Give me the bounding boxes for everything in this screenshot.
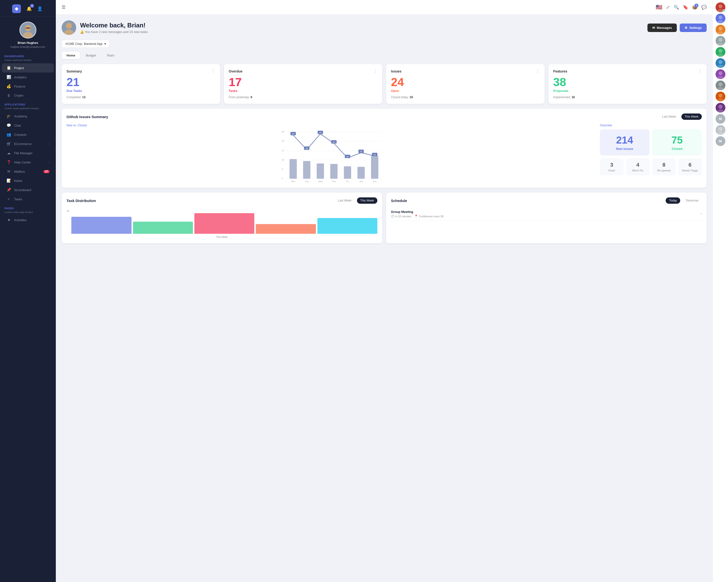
sidebar-item-crypto[interactable]: $Crypto — [2, 91, 54, 100]
task-this-week-btn[interactable]: This Week — [357, 197, 378, 204]
sidebar-item-academy[interactable]: 🎓Academy — [2, 112, 54, 121]
sidebar-item-help-center[interactable]: ❓Help Center› — [2, 158, 54, 167]
schedule-item: Group Meeting 🕐 in 32 minutes 📍 Conferen… — [391, 207, 702, 221]
tomorrow-btn[interactable]: Tomorrow — [682, 197, 702, 204]
logo-icon[interactable]: ◆ — [12, 4, 21, 13]
tab-home[interactable]: Home — [62, 52, 80, 59]
task-last-week-btn[interactable]: Last Week — [334, 197, 355, 204]
welcome-text: Welcome back, Brian! 🔔 You have 2 new me… — [80, 22, 148, 34]
svg-rect-22 — [330, 164, 338, 179]
crypto-icon: $ — [6, 93, 11, 98]
nav-item-label: Academy — [14, 114, 27, 118]
sidebar-item-analytics[interactable]: 📊Analytics — [2, 73, 54, 82]
notification-button[interactable]: 🔔 3 — [25, 5, 33, 12]
nav-item-label: Crypto — [14, 93, 23, 97]
tab-team[interactable]: Team — [102, 52, 119, 59]
svg-rect-20 — [303, 161, 310, 179]
card-menu-icon[interactable]: ⋮ — [536, 69, 540, 74]
project-selector[interactable]: ACME Corp. Backend App ▾ — [62, 40, 110, 48]
svg-point-66 — [719, 71, 722, 75]
mini-stat-label: Fixed — [603, 169, 620, 172]
schedule-arrow-icon[interactable]: › — [701, 212, 702, 216]
svg-point-63 — [719, 60, 722, 64]
notification-badge: 3 — [30, 4, 34, 8]
avatar-image — [716, 58, 725, 68]
right-avatar-2[interactable] — [716, 25, 725, 34]
topbar: ☰ 🇺🇸 ⤢ 🔍 🔖 📦 5 💬 — [56, 0, 712, 15]
right-avatar-8[interactable] — [716, 92, 725, 101]
task-dist-title: Task Distribution — [67, 199, 96, 203]
right-avatar-11[interactable] — [716, 125, 725, 135]
today-btn[interactable]: Today — [666, 197, 680, 204]
messages-button[interactable]: ✉ Messages — [647, 24, 677, 32]
chart-svg: 45 36 27 18 9 0 — [67, 130, 595, 183]
right-avatar-12[interactable]: M — [716, 136, 725, 146]
sidebar-item-project[interactable]: 📋Project — [2, 63, 54, 73]
right-avatar-0[interactable] — [716, 2, 725, 12]
last-week-btn[interactable]: Last Week — [659, 113, 679, 120]
closed-box: 75 Closed — [652, 130, 702, 156]
task-chart-header: Task Distribution Last Week This Week — [67, 197, 378, 204]
settings-button[interactable]: ⚙ Settings — [680, 24, 707, 32]
cards-row: Summary ⋮ 21 Due Tasks Completed: 13 Ove… — [62, 64, 707, 104]
nav-item-label: Finance — [14, 85, 25, 88]
this-week-btn[interactable]: This Week — [681, 113, 702, 120]
card-sub: From yesterday: 9 — [229, 95, 378, 99]
card-header: Overdue ⋮ — [229, 69, 378, 74]
task-distribution-card: Task Distribution Last Week This Week 40 — [62, 193, 382, 243]
right-avatar-6[interactable] — [716, 70, 725, 79]
menu-icon[interactable]: ☰ — [62, 5, 66, 10]
flag-icon[interactable]: 🇺🇸 — [656, 4, 662, 10]
bell-icon: 🔔 — [80, 30, 84, 34]
mini-stat-number: 3 — [603, 162, 620, 168]
nav-section-sublabel: Unique dashboard designs — [0, 59, 56, 63]
right-avatar-4[interactable] — [716, 47, 725, 57]
chat-icon[interactable]: 💬 — [701, 5, 707, 10]
sidebar-item-contacts[interactable]: 👥Contacts — [2, 130, 54, 139]
sidebar-item-finance[interactable]: 💰Finance — [2, 82, 54, 91]
summary-card-issues: Issues ⋮ 24 Open Closed today: 19 — [386, 64, 545, 104]
academy-icon: 🎓 — [6, 114, 11, 118]
tab-budget[interactable]: Budget — [81, 52, 101, 59]
bookmark-icon[interactable]: 🔖 — [683, 5, 688, 10]
nav-item-label: Analytics — [14, 76, 27, 79]
sidebar-item-tasks[interactable]: ✓Tasks — [2, 194, 54, 204]
svg-text:18: 18 — [282, 159, 284, 161]
sidebar-item-scrumboard[interactable]: 📌Scrumboard — [2, 185, 54, 194]
right-avatar-3[interactable] — [716, 36, 725, 46]
svg-point-5 — [66, 23, 72, 29]
profile-button[interactable]: 👤 — [36, 5, 44, 12]
sidebar-item-ecommerce[interactable]: 🛒ECommerce› — [2, 139, 54, 148]
avatar-image — [716, 92, 725, 101]
card-menu-icon[interactable]: ⋮ — [211, 69, 215, 74]
svg-text:20: 20 — [346, 156, 349, 158]
svg-text:27: 27 — [282, 149, 284, 152]
right-avatar-1[interactable] — [716, 13, 725, 23]
sidebar-item-mailbox[interactable]: ✉Mailbox27 — [2, 167, 54, 176]
nav-item-label: Tasks — [14, 197, 22, 201]
right-avatar-7[interactable] — [716, 81, 725, 90]
avatar-image — [716, 13, 725, 23]
new-issues-box: 214 New Issues — [600, 130, 649, 156]
greeting-title: Welcome back, Brian! — [80, 22, 148, 29]
right-avatar-5[interactable] — [716, 58, 725, 68]
right-avatar-9[interactable] — [716, 103, 725, 113]
sidebar-item-activities[interactable]: ★Activities — [2, 215, 54, 225]
fullscreen-icon[interactable]: ⤢ — [666, 5, 670, 10]
svg-rect-24 — [358, 167, 365, 179]
sidebar-item-file-manager[interactable]: ☁File Manager — [2, 148, 54, 158]
sidebar-item-chat[interactable]: 💬Chat — [2, 121, 54, 130]
card-menu-icon[interactable]: ⋮ — [698, 69, 702, 74]
schedule-item-left: Group Meeting 🕐 in 32 minutes 📍 Conferen… — [391, 210, 444, 218]
sidebar-item-notes[interactable]: 📝Notes — [2, 176, 54, 185]
cart-badge: 5 — [695, 4, 698, 7]
nav-section-sublabel: Custom made page designs — [0, 211, 56, 215]
welcome-avatar — [62, 20, 76, 35]
search-icon[interactable]: 🔍 — [674, 5, 679, 10]
card-menu-icon[interactable]: ⋮ — [373, 69, 378, 74]
avatar-image — [716, 36, 725, 46]
chat-icon: 💬 — [6, 123, 11, 128]
svg-text:9: 9 — [282, 168, 283, 170]
card-title: Features — [553, 70, 567, 73]
right-avatar-10[interactable]: M — [716, 114, 725, 124]
